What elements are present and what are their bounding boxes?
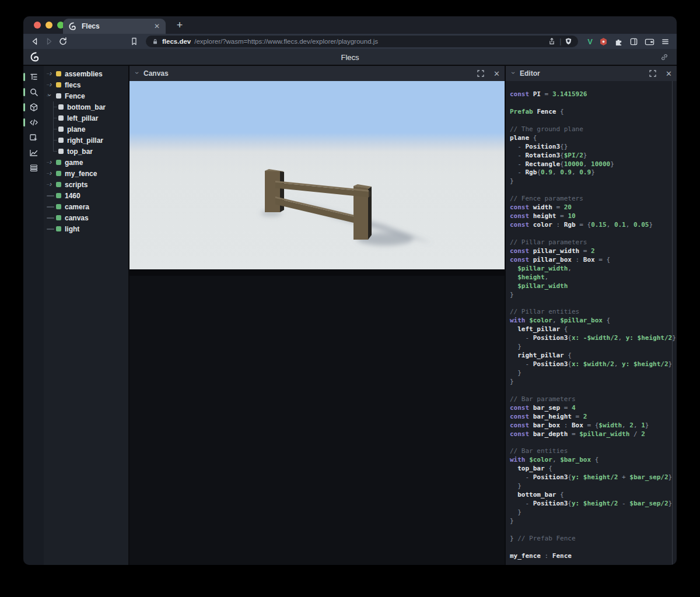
entity-square — [56, 160, 61, 165]
entity-square — [56, 182, 61, 187]
activity-data-button[interactable] — [23, 160, 44, 175]
tree-item-bottom_bar[interactable]: bottom_bar — [47, 101, 128, 113]
address-bar[interactable]: flecs.dev /explorer/?wasm=https://www.fl… — [146, 36, 578, 47]
code-line: left_pillar { — [510, 325, 671, 334]
vue-devtools-icon[interactable]: V — [587, 37, 593, 46]
canvas-panel-header: › Canvas ✕ — [130, 66, 505, 81]
activity-entity-tree-button[interactable] — [23, 69, 44, 85]
red-hexagon-extension-icon[interactable] — [599, 37, 608, 46]
entity-square — [58, 115, 64, 121]
code-line — [510, 230, 671, 238]
chevron-down-icon[interactable]: › — [509, 70, 517, 76]
back-button[interactable] — [30, 37, 40, 46]
tree-connector — [47, 124, 58, 135]
browser-window: Flecs ✕ + flecs.dev /explorer/?wasm=http… — [23, 16, 677, 565]
code-line: // Pillar entities — [510, 308, 671, 317]
tab-strip: Flecs ✕ + — [23, 16, 677, 34]
tab-title: Flecs — [82, 22, 149, 30]
chevron-down-icon[interactable]: › — [133, 70, 141, 76]
tree-item-camera[interactable]: camera — [47, 201, 128, 212]
code-line: $height, — [510, 273, 671, 282]
code-line: } — [510, 291, 671, 300]
tab-close-icon[interactable]: ✕ — [154, 22, 160, 30]
tree-item-top_bar[interactable]: top_bar — [47, 146, 128, 157]
fullscreen-icon[interactable] — [477, 70, 484, 77]
bottom-bar — [275, 198, 355, 223]
entity-square — [58, 127, 64, 132]
activity-scene-button[interactable] — [23, 100, 44, 115]
tree-item-plane[interactable]: plane — [47, 124, 128, 135]
close-window-button[interactable] — [34, 22, 41, 29]
code-line: with $color, $bar_box { — [510, 456, 671, 465]
extensions-puzzle-icon[interactable] — [614, 37, 623, 46]
tree-item-1460[interactable]: 1460 — [47, 190, 128, 201]
chevron-right-icon[interactable]: › — [50, 169, 52, 177]
tree-item-my_fence[interactable]: ›my_fence — [47, 168, 128, 179]
tree-item-scripts[interactable]: ›scripts — [47, 179, 128, 190]
forward-button[interactable] — [44, 37, 54, 46]
tree-item-flecs[interactable]: ›flecs — [47, 79, 128, 90]
app-header: Flecs — [23, 49, 677, 65]
share-icon[interactable] — [548, 37, 556, 45]
search-results-area[interactable] — [130, 276, 505, 565]
share-link-icon[interactable] — [660, 53, 668, 61]
flecs-script[interactable]: const PI = 3.1415926 Prefab Fence { // T… — [510, 90, 671, 561]
tree-item-left_pillar[interactable]: left_pillar — [47, 113, 128, 124]
leaf-connector — [47, 223, 56, 234]
editor-panel-header: › Editor ✕ — [506, 66, 677, 81]
tree-item-right_pillar[interactable]: right_pillar — [47, 135, 128, 146]
chevron-right-icon[interactable]: › — [50, 69, 52, 78]
canvas-3d-viewport[interactable] — [130, 81, 505, 269]
code-line: $pillar_width — [510, 282, 671, 291]
tree-item-Fence[interactable]: ›Fence — [47, 90, 128, 101]
chevron-down-icon[interactable]: › — [46, 94, 54, 96]
activity-code-button[interactable] — [23, 115, 44, 130]
code-line — [510, 387, 671, 395]
activity-stats-button[interactable] — [23, 145, 44, 160]
editor-scrollbar[interactable] — [672, 81, 673, 565]
divider: | — [559, 37, 561, 45]
brave-shield-icon[interactable] — [565, 37, 572, 45]
code-line: plane { — [510, 134, 671, 143]
fullscreen-icon[interactable] — [649, 70, 656, 77]
wallet-icon[interactable] — [645, 37, 654, 46]
code-line: - Position3{x: -$width/2, y: $height/2} — [510, 334, 671, 343]
chevron-right-icon[interactable]: › — [50, 80, 52, 89]
code-line — [510, 186, 671, 195]
code-line: // Pillar parameters — [510, 238, 671, 247]
inspect-icon — [29, 133, 38, 142]
activity-inspect-button[interactable] — [23, 130, 44, 145]
code-line: } — [510, 177, 671, 186]
new-tab-button[interactable]: + — [173, 18, 187, 32]
tree-item-game[interactable]: ›game — [47, 157, 128, 168]
activity-search-button[interactable] — [23, 85, 44, 100]
canvas-panel-title: Canvas — [144, 69, 469, 78]
chevron-right-icon[interactable]: › — [50, 180, 52, 188]
entity-square — [56, 93, 61, 99]
entity-tree: ›assemblies›flecs›Fencebottom_barleft_pi… — [44, 66, 128, 565]
tree-item-light[interactable]: light — [47, 223, 128, 234]
scene-background — [130, 81, 505, 269]
tree-item-canvas[interactable]: canvas — [47, 212, 128, 223]
code-line: const bar_height = 2 — [510, 413, 671, 422]
sidebar-toggle-icon[interactable] — [629, 37, 638, 46]
code-editor[interactable]: const PI = 3.1415926 Prefab Fence { // T… — [506, 81, 677, 565]
main-area: ›assemblies›flecs›Fencebottom_barleft_pi… — [23, 66, 677, 565]
code-line: // The ground plane — [510, 125, 671, 134]
fence-render — [130, 81, 505, 269]
menu-hamburger-icon[interactable] — [661, 37, 670, 46]
close-panel-icon[interactable]: ✕ — [666, 69, 672, 78]
tree-item-label: plane — [67, 125, 85, 134]
minimize-window-button[interactable] — [46, 22, 52, 29]
lock-icon — [152, 38, 159, 45]
tree-item-assemblies[interactable]: ›assemblies — [47, 68, 128, 79]
chevron-right-icon[interactable]: › — [50, 158, 52, 166]
tree-item-label: bottom_bar — [67, 103, 106, 111]
close-panel-icon[interactable]: ✕ — [494, 69, 500, 78]
bookmark-icon[interactable] — [130, 37, 139, 46]
code-line: const pillar_width = 2 — [510, 247, 671, 256]
code-line: const bar_box : Box = {$width, 2, 1} — [510, 422, 671, 430]
reload-button[interactable] — [58, 37, 68, 46]
code-icon — [29, 118, 38, 127]
browser-tab[interactable]: Flecs ✕ — [63, 19, 166, 34]
